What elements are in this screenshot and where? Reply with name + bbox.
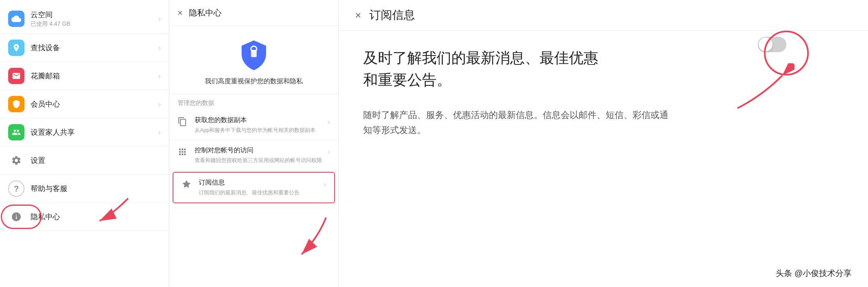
privacy-icon	[8, 209, 24, 225]
right-close-button[interactable]: ×	[355, 9, 361, 22]
data-copy-desc: 从App和服务中下载与您的华为帐号相关的数据副本	[195, 126, 328, 134]
middle-panel: × 隐私中心 我们高度重视保护您的数据和隐私 管理您的数据 获取您的数据副本 从…	[169, 0, 339, 287]
help-title: 帮助与客服	[31, 184, 161, 194]
privacy-text: 隐私中心	[31, 212, 161, 222]
middle-header: × 隐私中心	[169, 0, 338, 26]
middle-title: 隐私中心	[189, 7, 222, 18]
menu-item-family[interactable]: 设置家人共享 ›	[0, 118, 169, 147]
settings-icon	[8, 152, 24, 169]
section-label: 管理您的数据	[169, 94, 338, 110]
subscription-title: 订阅信息	[199, 178, 324, 187]
cloud-text: 云空间 已使用 4.47 GB	[31, 10, 158, 28]
cloud-chevron: ›	[158, 15, 161, 23]
find-chevron: ›	[158, 44, 161, 52]
menu-item-cloud[interactable]: 云空间 已使用 4.47 GB ›	[0, 4, 169, 34]
access-title: 控制对您帐号的访问	[195, 146, 328, 155]
cloud-icon	[8, 11, 24, 27]
watermark: 头条 @小俊技术分享	[776, 268, 852, 279]
find-text: 查找设备	[31, 43, 158, 53]
right-panel: × 订阅信息 及时了解我们的最新消息、最佳优惠和重要公告。 随时了解产品、服务、…	[339, 0, 868, 287]
subscription-sub-text: 随时了解产品、服务、优惠活动的最新信息。信息会以邮件、短信、彩信或通知等形式发送…	[363, 107, 669, 138]
access-chevron: ›	[328, 148, 330, 156]
subscription-desc: 订阅我们的最新消息、最佳优惠和重要公告	[199, 189, 324, 197]
menu-item-mail[interactable]: 花瓣邮箱 ›	[0, 62, 169, 90]
toggle-knob	[759, 38, 773, 51]
mail-title: 花瓣邮箱	[31, 71, 158, 81]
mail-icon	[8, 68, 24, 84]
access-icon	[178, 147, 190, 159]
menu-item-find[interactable]: 查找设备 ›	[0, 34, 169, 62]
mail-text: 花瓣邮箱	[31, 71, 158, 81]
find-title: 查找设备	[31, 43, 158, 53]
privacy-title: 隐私中心	[31, 212, 161, 222]
privacy-menu-access[interactable]: 控制对您帐号的访问 查看和撤回您授权给第三方应用或网站的帐号访问权限 ›	[169, 140, 338, 171]
vip-chevron: ›	[158, 100, 161, 109]
settings-text: 设置	[31, 156, 161, 165]
data-copy-chevron: ›	[328, 118, 330, 126]
vip-icon	[8, 96, 24, 112]
privacy-menu-data-copy[interactable]: 获取您的数据副本 从App和服务中下载与您的华为帐号相关的数据副本 ›	[169, 110, 338, 140]
subscription-content: 订阅信息 订阅我们的最新消息、最佳优惠和重要公告	[199, 178, 324, 197]
menu-item-settings[interactable]: 设置	[0, 147, 169, 175]
menu-item-help[interactable]: ? 帮助与客服	[0, 175, 169, 203]
data-copy-content: 获取您的数据副本 从App和服务中下载与您的华为帐号相关的数据副本	[195, 116, 328, 134]
subscription-toggle[interactable]	[758, 37, 786, 52]
left-panel: 云空间 已使用 4.47 GB › 查找设备 › 花瓣邮箱 ›	[0, 0, 169, 287]
toggle-container	[758, 37, 786, 52]
subscription-icon	[182, 179, 194, 191]
right-header: × 订阅信息	[339, 0, 868, 31]
arrow-to-subscription	[293, 214, 334, 263]
menu-item-vip[interactable]: 会员中心 ›	[0, 90, 169, 118]
help-icon: ?	[8, 180, 24, 197]
cloud-subtitle: 已使用 4.47 GB	[31, 20, 158, 28]
family-text: 设置家人共享	[31, 127, 158, 137]
help-text: 帮助与客服	[31, 184, 161, 194]
access-desc: 查看和撤回您授权给第三方应用或网站的帐号访问权限	[195, 156, 328, 165]
middle-close-button[interactable]: ×	[178, 8, 183, 18]
find-icon	[8, 40, 24, 56]
settings-title: 设置	[31, 156, 161, 165]
subscription-chevron: ›	[324, 180, 326, 189]
privacy-hero-text: 我们高度重视保护您的数据和隐私	[205, 77, 303, 86]
data-copy-icon	[178, 117, 190, 129]
access-content: 控制对您帐号的访问 查看和撤回您授权给第三方应用或网站的帐号访问权限	[195, 146, 328, 165]
vip-title: 会员中心	[31, 99, 158, 109]
privacy-hero: 我们高度重视保护您的数据和隐私	[169, 26, 338, 94]
data-copy-title: 获取您的数据副本	[195, 116, 328, 125]
privacy-menu-subscription[interactable]: 订阅信息 订阅我们的最新消息、最佳优惠和重要公告 ›	[173, 172, 335, 203]
family-title: 设置家人共享	[31, 127, 158, 137]
cloud-title: 云空间	[31, 10, 158, 20]
right-content: 及时了解我们的最新消息、最佳优惠和重要公告。 随时了解产品、服务、优惠活动的最新…	[339, 31, 868, 287]
subscription-main-text: 及时了解我们的最新消息、最佳优惠和重要公告。	[363, 47, 608, 91]
family-icon	[8, 124, 24, 140]
menu-item-privacy[interactable]: 隐私中心	[0, 203, 169, 231]
right-title: 订阅信息	[369, 7, 415, 23]
shield-icon	[240, 38, 268, 71]
vip-text: 会员中心	[31, 99, 158, 109]
mail-chevron: ›	[158, 72, 161, 80]
family-chevron: ›	[158, 128, 161, 137]
